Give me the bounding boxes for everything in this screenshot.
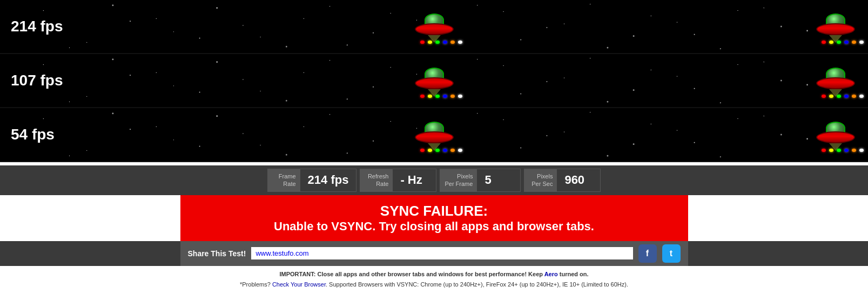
twitter-button[interactable]: t xyxy=(662,244,681,263)
frame-rate-block: FrameRate 214 fps xyxy=(267,169,357,192)
ufo-light-orange xyxy=(450,41,455,44)
frame-rate-label: FrameRate xyxy=(268,169,300,191)
sync-failure-subtitle: Unable to VSYNC. Try closing all apps an… xyxy=(191,219,677,234)
refresh-rate-block: RefreshRate - Hz xyxy=(360,169,436,192)
fps-strip-1: 214 fps xyxy=(0,0,868,54)
ufo-light-white xyxy=(458,41,462,44)
fps-label-1: 214 fps xyxy=(11,18,63,35)
refresh-rate-value: - Hz xyxy=(393,170,436,190)
ufo-light-red xyxy=(420,41,425,44)
pixels-per-frame-value: 5 xyxy=(477,170,520,190)
fps-label-3: 54 fps xyxy=(11,126,55,143)
ufo-lights xyxy=(420,41,462,44)
ufo-right-1 xyxy=(814,10,857,43)
footer-important: IMPORTANT: Close all apps and other brow… xyxy=(0,269,868,280)
share-container: Share This Test! f t xyxy=(0,241,868,266)
ufo-right-2 xyxy=(814,64,857,97)
share-label: Share This Test! xyxy=(188,249,246,258)
stats-container: FrameRate 214 fps RefreshRate - Hz Pixel… xyxy=(0,165,868,195)
sync-failure-title: SYNC FAILURE: xyxy=(191,203,677,219)
refresh-rate-label: RefreshRate xyxy=(360,169,393,191)
check-browser-link[interactable]: Check Your Browser xyxy=(272,281,326,288)
sync-failure-banner: SYNC FAILURE: Unable to VSYNC. Try closi… xyxy=(180,195,688,241)
footer: IMPORTANT: Close all apps and other brow… xyxy=(0,266,868,293)
fps-strip-3: 54 fps xyxy=(0,108,868,162)
pixels-per-frame-label: PixelsPer Frame xyxy=(440,169,477,191)
footer-copyright: Copyright (C) 2017 Blur Busters - All Ri… xyxy=(0,290,868,293)
pixels-per-frame-block: PixelsPer Frame 5 xyxy=(440,169,521,192)
ufo-center-3 xyxy=(413,118,456,151)
ufo-saucer xyxy=(415,23,454,35)
bottom-section: FrameRate 214 fps RefreshRate - Hz Pixel… xyxy=(0,162,868,293)
ufo-beam xyxy=(428,35,441,43)
ufo-light-blue xyxy=(443,41,447,44)
ufo-center-2 xyxy=(413,64,456,97)
fps-strip-2: 107 fps xyxy=(0,54,868,108)
ufo-right-3 xyxy=(814,118,857,151)
pixels-per-sec-value: 960 xyxy=(557,170,600,190)
sync-container: SYNC FAILURE: Unable to VSYNC. Try closi… xyxy=(0,195,868,241)
ufo-lights-r xyxy=(822,41,864,44)
aero-link[interactable]: Aero xyxy=(544,271,558,277)
share-bar: Share This Test! f t xyxy=(180,241,688,266)
ufo-center-1 xyxy=(413,10,456,43)
frame-rate-value: 214 fps xyxy=(300,170,356,190)
footer-problems: *Problems? Check Your Browser. Supported… xyxy=(0,279,868,290)
facebook-button[interactable]: f xyxy=(638,244,657,263)
share-url-input[interactable] xyxy=(251,247,633,259)
fps-label-2: 107 fps xyxy=(11,72,63,89)
pixels-per-sec-label: PixelsPer Sec xyxy=(524,169,557,191)
footer-important-text: IMPORTANT: Close all apps and other brow… xyxy=(279,271,588,277)
pixels-per-sec-block: PixelsPer Sec 960 xyxy=(524,169,601,192)
ufo-saucer-r xyxy=(816,23,855,35)
